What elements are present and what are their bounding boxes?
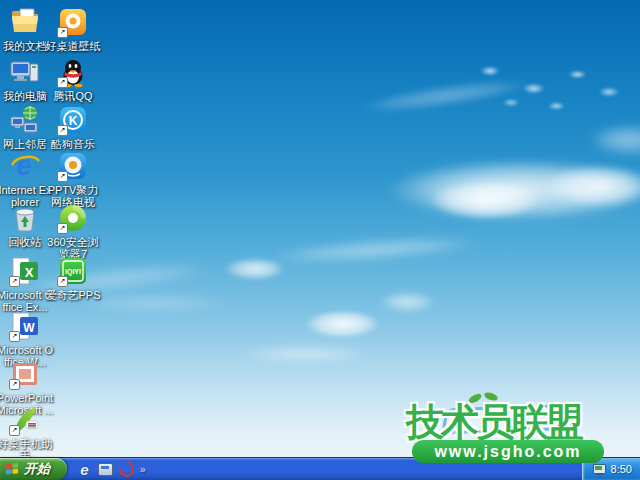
word-icon: W bbox=[9, 310, 41, 342]
shortcut-arrow-icon bbox=[57, 125, 68, 136]
desktop-icon-label: 腾讯QQ bbox=[44, 90, 102, 102]
shortcut-arrow-icon bbox=[57, 223, 68, 234]
quicklaunch-overflow-chevron[interactable]: » bbox=[140, 464, 146, 475]
pptv-icon bbox=[57, 150, 89, 182]
watermark-title: 技术员联盟 bbox=[406, 402, 608, 442]
cloud bbox=[80, 295, 230, 311]
cloud bbox=[270, 233, 481, 268]
desktop-icon-label: 酷狗音乐 bbox=[44, 138, 102, 150]
desktop-icon-haozhuodao-wallpaper[interactable]: 好桌道壁纸 bbox=[44, 6, 102, 52]
cloud bbox=[359, 74, 530, 117]
cloud bbox=[225, 258, 285, 280]
my-computer-icon bbox=[9, 56, 41, 88]
cloud bbox=[590, 125, 640, 155]
watermark-url-badge: www.jsgho.com bbox=[412, 440, 604, 463]
cloud bbox=[430, 180, 540, 220]
quick-launch-bar: e » bbox=[67, 458, 152, 480]
cloud bbox=[390, 160, 640, 220]
cloud bbox=[380, 292, 435, 312]
desktop-icon-kugou-music[interactable]: K 酷狗音乐 bbox=[44, 104, 102, 150]
shortcut-arrow-icon bbox=[57, 27, 68, 38]
cloud bbox=[455, 50, 630, 120]
svg-text:W: W bbox=[23, 321, 35, 335]
desktop[interactable]: 我的文档 我的电脑 网上邻居 e Internet Explorer 回收站 X… bbox=[0, 0, 640, 480]
svg-text:iQIYI: iQIYI bbox=[65, 268, 81, 276]
shortcut-arrow-icon bbox=[9, 425, 20, 436]
desktop-icon-pptv[interactable]: PPTV聚力 网络电视 bbox=[44, 150, 102, 208]
shortcut-arrow-icon bbox=[57, 276, 68, 287]
kugou-icon: K bbox=[57, 104, 89, 136]
shortcut-arrow-icon bbox=[9, 331, 20, 342]
quicklaunch-internet-explorer-icon[interactable]: e bbox=[77, 462, 92, 477]
shortcut-arrow-icon bbox=[9, 276, 20, 287]
cloud bbox=[545, 165, 640, 207]
svg-text:K: K bbox=[69, 114, 78, 128]
desktop-icon-iqiyi-pps[interactable]: iQIYI 爱奇艺PPS bbox=[44, 255, 102, 301]
cloud bbox=[305, 310, 380, 338]
shortcut-arrow-icon bbox=[57, 171, 68, 182]
desktop-icon-tencent-qq[interactable]: 腾讯QQ bbox=[44, 56, 102, 102]
wallpaper-app-icon bbox=[57, 6, 89, 38]
powerpoint-icon bbox=[9, 358, 41, 390]
start-button-label: 开始 bbox=[24, 460, 50, 478]
qq-penguin-icon bbox=[57, 56, 89, 88]
my-documents-icon bbox=[9, 6, 41, 38]
network-places-icon bbox=[9, 104, 41, 136]
desktop-icon-haozhuo-phone-assistant[interactable]: 好桌手机助手 bbox=[0, 404, 54, 462]
windows-logo-icon bbox=[5, 462, 20, 477]
svg-text:X: X bbox=[25, 265, 34, 280]
quicklaunch-media-player-icon[interactable] bbox=[119, 462, 134, 477]
watermark: 技术员联盟 www.jsgho.com bbox=[404, 396, 610, 466]
svg-text:e: e bbox=[16, 151, 31, 181]
recycle-bin-icon bbox=[9, 202, 41, 234]
desktop-icon-label: 爱奇艺PPS bbox=[44, 289, 102, 301]
cloud bbox=[240, 346, 370, 362]
shortcut-arrow-icon bbox=[57, 77, 68, 88]
tray-clock[interactable]: 8:50 bbox=[611, 463, 632, 475]
excel-icon: X bbox=[9, 255, 41, 287]
internet-explorer-icon: e bbox=[9, 150, 41, 182]
iqiyi-pps-icon: iQIYI bbox=[57, 255, 89, 287]
360-browser-icon bbox=[57, 202, 89, 234]
desktop-icon-label: 好桌道壁纸 bbox=[44, 40, 102, 52]
phone-assistant-icon bbox=[9, 404, 41, 436]
quicklaunch-show-desktop-icon[interactable] bbox=[98, 462, 113, 477]
start-button[interactable]: 开始 bbox=[0, 458, 67, 480]
shortcut-arrow-icon bbox=[9, 379, 20, 390]
desktop-icon-360-browser[interactable]: 360安全浏览器7 bbox=[44, 202, 102, 260]
